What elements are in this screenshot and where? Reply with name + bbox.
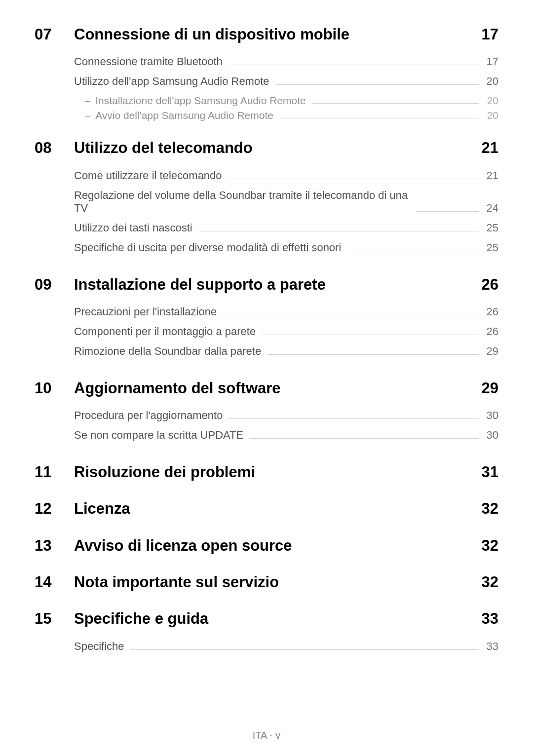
section-content: Installazione del supporto a parete26Pre…: [74, 275, 498, 365]
toc-entry[interactable]: Precauzioni per l'installazione26: [74, 305, 498, 318]
page-footer: ITA - v: [0, 730, 533, 741]
section-content: Utilizzo del telecomando21Come utilizzar…: [74, 138, 498, 261]
toc-entry[interactable]: Componenti per il montaggio a parete26: [74, 325, 498, 338]
toc-section: 12Licenza32: [35, 499, 498, 522]
section-content: Specifiche e guida33Specifiche33: [74, 609, 498, 659]
entry-page: 30: [485, 429, 498, 442]
toc-section: 09Installazione del supporto a parete26P…: [35, 275, 498, 365]
section-number: 08: [35, 138, 74, 261]
toc-sub-entry[interactable]: –Avvio dell'app Samsung Audio Remote20: [74, 110, 498, 121]
section-page: 29: [482, 379, 498, 397]
section-page: 26: [482, 276, 498, 294]
section-title-row[interactable]: Risoluzione dei problemi31: [74, 462, 498, 482]
dash-icon: –: [85, 95, 90, 107]
entry-leader-line: [130, 649, 479, 650]
entry-leader-line: [228, 418, 479, 419]
entry-text: Come utilizzare il telecomando: [74, 169, 222, 182]
sub-entry-page: 20: [485, 95, 498, 107]
entry-page: 21: [485, 169, 498, 182]
section-title: Nota importante sul servizio: [74, 572, 279, 592]
section-content: Nota importante sul servizio32: [74, 572, 498, 595]
section-number: 14: [35, 572, 74, 595]
table-of-contents: 07Connessione di un dispositivo mobile17…: [35, 25, 498, 660]
entry-leader-line: [275, 84, 479, 85]
entry-leader-line: [267, 354, 479, 355]
toc-entry[interactable]: Come utilizzare il telecomando21: [74, 169, 498, 182]
section-number: 13: [35, 536, 74, 559]
toc-section: 08Utilizzo del telecomando21Come utilizz…: [35, 138, 498, 261]
section-content: Licenza32: [74, 499, 498, 522]
entry-page: 20: [485, 75, 498, 88]
section-number: 10: [35, 378, 74, 449]
entry-leader-line: [312, 103, 479, 104]
sub-entry-text: Installazione dell'app Samsung Audio Rem…: [95, 95, 306, 107]
section-title: Risoluzione dei problemi: [74, 462, 255, 482]
section-number: 12: [35, 499, 74, 522]
entry-page: 26: [485, 305, 498, 318]
entry-leader-line: [416, 211, 479, 212]
section-content: Risoluzione dei problemi31: [74, 462, 498, 485]
section-content: Avviso di licenza open source32: [74, 536, 498, 559]
toc-entry[interactable]: Specifiche33: [74, 640, 498, 653]
toc-section: 10Aggiornamento del software29Procedura …: [35, 378, 498, 449]
entry-page: 30: [485, 409, 498, 422]
section-title-row[interactable]: Aggiornamento del software29: [74, 378, 498, 398]
section-page: 33: [482, 610, 498, 628]
section-title-row[interactable]: Installazione del supporto a parete26: [74, 275, 498, 295]
toc-entry[interactable]: Rimozione della Soundbar dalla parete29: [74, 345, 498, 358]
entry-text: Specifiche di uscita per diverse modalit…: [74, 241, 341, 254]
section-title-row[interactable]: Avviso di licenza open source32: [74, 536, 498, 556]
toc-entry[interactable]: Procedura per l'aggiornamento30: [74, 409, 498, 422]
section-title: Utilizzo del telecomando: [74, 138, 253, 158]
entry-text: Componenti per il montaggio a parete: [74, 325, 256, 338]
entry-leader-line: [223, 315, 479, 315]
entry-page: 24: [485, 202, 498, 215]
entry-page: 33: [485, 640, 498, 653]
toc-entry[interactable]: Se non compare la scritta UPDATE30: [74, 429, 498, 442]
entry-text: Regolazione del volume della Soundbar tr…: [74, 189, 410, 215]
section-number: 07: [35, 25, 74, 124]
entry-leader-line: [279, 118, 479, 118]
entry-leader-line: [262, 335, 479, 335]
sub-entry-text: Avvio dell'app Samsung Audio Remote: [95, 110, 273, 121]
entry-text: Utilizzo dei tasti nascosti: [74, 222, 192, 234]
section-title-row[interactable]: Connessione di un dispositivo mobile17: [74, 25, 498, 44]
entry-page: 17: [485, 55, 498, 68]
toc-entry[interactable]: Utilizzo dei tasti nascosti25: [74, 222, 498, 234]
entry-leader-line: [347, 251, 479, 251]
section-number: 15: [35, 609, 74, 659]
section-page: 17: [482, 26, 498, 43]
toc-section: 15Specifiche e guida33Specifiche33: [35, 609, 498, 659]
toc-section: 14Nota importante sul servizio32: [35, 572, 498, 595]
section-page: 32: [482, 573, 498, 591]
entry-page: 29: [485, 345, 498, 358]
section-number: 11: [35, 462, 74, 485]
toc-sub-entry[interactable]: –Installazione dell'app Samsung Audio Re…: [74, 95, 498, 107]
dash-icon: –: [85, 110, 90, 121]
section-content: Connessione di un dispositivo mobile17Co…: [74, 25, 498, 124]
entry-page: 25: [485, 222, 498, 234]
section-title-row[interactable]: Licenza32: [74, 499, 498, 519]
entry-page: 25: [485, 241, 498, 254]
entry-text: Precauzioni per l'installazione: [74, 305, 217, 318]
toc-section: 11Risoluzione dei problemi31: [35, 462, 498, 485]
entry-leader-line: [228, 179, 479, 179]
entry-text: Connessione tramite Bluetooth: [74, 55, 223, 68]
toc-entry[interactable]: Utilizzo dell'app Samsung Audio Remote20: [74, 75, 498, 88]
entry-text: Se non compare la scritta UPDATE: [74, 429, 243, 442]
section-title: Specifiche e guida: [74, 609, 208, 629]
toc-entry[interactable]: Specifiche di uscita per diverse modalit…: [74, 241, 498, 254]
section-title: Aggiornamento del software: [74, 378, 281, 398]
entry-text: Rimozione della Soundbar dalla parete: [74, 345, 261, 358]
section-title-row[interactable]: Specifiche e guida33: [74, 609, 498, 629]
section-title-row[interactable]: Nota importante sul servizio32: [74, 572, 498, 592]
section-number: 09: [35, 275, 74, 365]
sub-entry-page: 20: [485, 110, 498, 121]
section-title-row[interactable]: Utilizzo del telecomando21: [74, 138, 498, 158]
entry-text: Specifiche: [74, 640, 124, 653]
toc-entry[interactable]: Regolazione del volume della Soundbar tr…: [74, 189, 498, 215]
section-title: Connessione di un dispositivo mobile: [74, 25, 349, 44]
entry-page: 26: [485, 325, 498, 338]
section-title: Installazione del supporto a parete: [74, 275, 326, 295]
toc-entry[interactable]: Connessione tramite Bluetooth17: [74, 55, 498, 68]
